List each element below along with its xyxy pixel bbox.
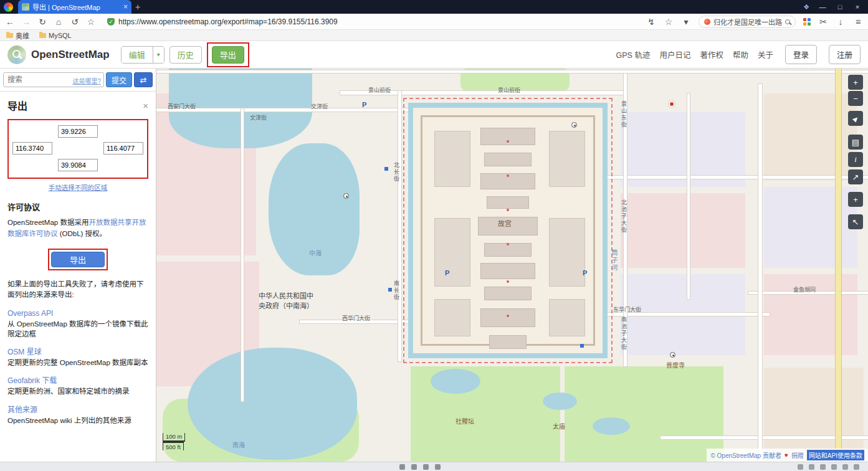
menu-icon[interactable]: ≡ bbox=[853, 17, 863, 27]
osm-logo-icon[interactable] bbox=[7, 45, 26, 64]
share-button[interactable]: ↗ bbox=[848, 169, 863, 184]
plus-icon: + bbox=[853, 78, 858, 87]
osm-header: OpenStreetMap 编辑 ▾ 历史 导出 GPS 轨迹 用户日记 著作权… bbox=[0, 41, 868, 69]
license-heading: 许可协议 bbox=[7, 201, 148, 212]
query-features-button[interactable]: ↖ bbox=[848, 214, 863, 229]
taskbar-app-icon[interactable] bbox=[435, 464, 441, 470]
undo-icon[interactable]: ↺ bbox=[70, 17, 80, 27]
search-icon[interactable] bbox=[785, 19, 790, 24]
site-brand[interactable]: OpenStreetMap bbox=[31, 49, 110, 61]
bbox-left-input[interactable] bbox=[12, 142, 52, 155]
osm-planet-link[interactable]: OSM 星球 bbox=[7, 346, 148, 356]
close-icon[interactable]: × bbox=[143, 100, 148, 111]
refresh-icon[interactable]: ↻ bbox=[37, 17, 47, 27]
url-text[interactable]: https://www.openstreetmap.org/export#map… bbox=[118, 17, 338, 26]
booster-icon[interactable]: ↯ bbox=[646, 17, 656, 27]
favorite-star-icon[interactable]: ☆ bbox=[664, 17, 674, 27]
nav-help[interactable]: 帮助 bbox=[733, 49, 748, 60]
map-canvas[interactable]: P P P 景山前街 景山前街 西安门大街 文津街 文津街 中海 南海 中华人民… bbox=[156, 69, 868, 462]
chevron-down-icon[interactable]: ▾ bbox=[681, 17, 691, 27]
home-icon[interactable]: ⌂ bbox=[54, 17, 64, 27]
edit-caret-icon[interactable]: ▾ bbox=[153, 47, 164, 63]
donate-link[interactable]: 捐赠 bbox=[791, 450, 804, 460]
browser-tab[interactable]: 导出 | OpenStreetMap × bbox=[18, 0, 131, 14]
screenshot-scissors-icon[interactable]: ✂ bbox=[818, 17, 828, 27]
nav-copyright[interactable]: 著作权 bbox=[700, 49, 723, 60]
window-close-button[interactable]: × bbox=[853, 3, 862, 11]
bookmark-label[interactable]: 奥维 bbox=[16, 31, 29, 40]
attribution-copyright[interactable]: © OpenStreetMap 贡献者 bbox=[710, 450, 781, 460]
back-icon[interactable]: ← bbox=[5, 17, 15, 27]
signup-button[interactable]: 注册 bbox=[829, 45, 861, 64]
window-minimize-button[interactable]: — bbox=[818, 3, 827, 11]
taskbar-app-icon[interactable] bbox=[423, 464, 429, 470]
poi-square-icon bbox=[384, 167, 388, 171]
folder-icon bbox=[6, 33, 13, 38]
bookmark-folder[interactable]: MySQL bbox=[39, 32, 72, 39]
login-button[interactable]: 登录 bbox=[785, 45, 817, 64]
download-icon[interactable]: ↓ bbox=[836, 17, 846, 27]
where-is-this-link[interactable]: 这是哪里? bbox=[72, 76, 101, 85]
street-label: 南长街 bbox=[393, 280, 401, 301]
new-tab-button[interactable]: + bbox=[131, 2, 144, 12]
export-tab-button[interactable]: 导出 bbox=[212, 46, 244, 64]
browser-toolbar: ← → ↻ ⌂ ↺ ☆ ✓ https://www.openstreetmap.… bbox=[0, 14, 868, 30]
browser-search-box[interactable]: 归化才是国足唯一出路 bbox=[699, 16, 796, 28]
map-key-button[interactable]: i bbox=[848, 152, 863, 167]
url-bar[interactable]: ✓ https://www.openstreetmap.org/export#m… bbox=[102, 16, 370, 28]
hot-search-text[interactable]: 归化才是国足唯一出路 bbox=[713, 17, 782, 27]
directions-button[interactable]: ⇄ bbox=[134, 72, 153, 87]
header-nav: GPS 轨迹 用户日记 著作权 帮助 关于 登录 注册 bbox=[616, 45, 861, 64]
bbox-right-input[interactable] bbox=[103, 142, 143, 155]
terms-link[interactable]: 网站和API使用条款 bbox=[807, 450, 864, 460]
bbox-top-input[interactable] bbox=[58, 125, 98, 138]
search-submit-button[interactable]: 提交 bbox=[106, 72, 132, 87]
tray-icon[interactable] bbox=[798, 464, 803, 470]
bookmark-star-icon[interactable]: ☆ bbox=[86, 17, 96, 27]
layers-button[interactable]: ▤ bbox=[848, 135, 863, 150]
window-maximize-button[interactable]: □ bbox=[836, 3, 844, 11]
minus-icon: − bbox=[853, 94, 858, 103]
forward-icon[interactable]: → bbox=[21, 17, 31, 27]
bookmark-folder[interactable]: 奥维 bbox=[6, 31, 29, 40]
tray-icon[interactable] bbox=[809, 464, 814, 470]
museum-icon bbox=[670, 352, 675, 358]
browser-panel-icon[interactable]: ❖ bbox=[803, 3, 809, 11]
source-item: Geofabrik 下载 定期更新的洲、国家和特定城市的摘录 bbox=[7, 374, 148, 396]
poi-square-icon bbox=[580, 344, 584, 348]
browser-logo-icon[interactable] bbox=[4, 2, 13, 12]
locate-button[interactable]: ▶ bbox=[848, 111, 863, 126]
zoom-out-button[interactable]: − bbox=[848, 91, 863, 106]
street-label: 景山前街 bbox=[498, 86, 520, 94]
street-label: 文津街 bbox=[250, 113, 267, 121]
gate-marker-icon bbox=[507, 140, 509, 143]
source-desc: 从 OpenStreetMap 数据库的一个镜像下载此限定边框 bbox=[7, 319, 148, 339]
bbox-bottom-input[interactable] bbox=[58, 159, 98, 171]
road-beichangjie bbox=[398, 91, 401, 361]
other-sources-link[interactable]: 其他来源 bbox=[7, 404, 148, 414]
add-note-button[interactable]: + bbox=[848, 192, 863, 207]
taskbar-app-icon[interactable] bbox=[411, 464, 417, 470]
building bbox=[480, 263, 535, 279]
building bbox=[487, 196, 529, 209]
edit-button[interactable]: 编辑 bbox=[122, 47, 153, 63]
nav-user-diaries[interactable]: 用户日记 bbox=[659, 49, 690, 60]
tab-close-icon[interactable]: × bbox=[123, 2, 128, 11]
tray-icon[interactable] bbox=[831, 464, 837, 470]
geofabrik-link[interactable]: Geofabrik 下载 bbox=[7, 374, 148, 385]
nav-about[interactable]: 关于 bbox=[758, 49, 773, 60]
apps-grid-icon[interactable] bbox=[803, 18, 811, 26]
gate-marker-icon bbox=[507, 280, 509, 283]
export-button[interactable]: 导出 bbox=[51, 252, 105, 267]
history-button[interactable]: 历史 bbox=[169, 46, 202, 64]
tray-icon[interactable] bbox=[842, 464, 848, 470]
manual-select-link[interactable]: 手动选择不同的区域 bbox=[7, 183, 148, 192]
nav-gps-traces[interactable]: GPS 轨迹 bbox=[616, 49, 651, 60]
tray-icon[interactable] bbox=[820, 464, 826, 470]
zoom-in-button[interactable]: + bbox=[848, 75, 863, 90]
edit-button-group: 编辑 ▾ bbox=[121, 46, 165, 64]
overpass-api-link[interactable]: Overpass API bbox=[7, 309, 148, 318]
bookmark-label[interactable]: MySQL bbox=[49, 32, 72, 39]
tray-icon[interactable] bbox=[854, 464, 859, 470]
taskbar-app-icon[interactable] bbox=[399, 464, 405, 470]
